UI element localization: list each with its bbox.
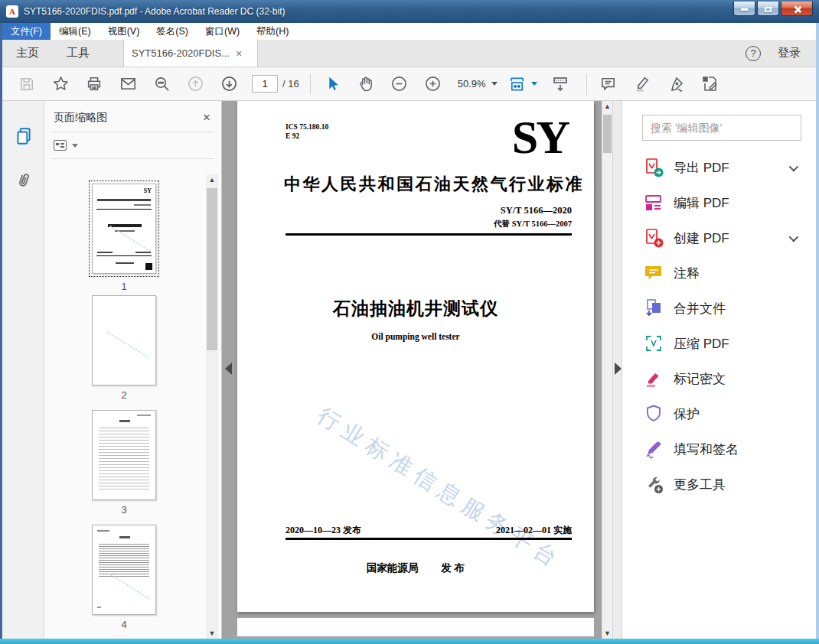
scroll-down-icon[interactable]: ▼ <box>602 628 612 639</box>
tools-search-box <box>642 115 801 141</box>
scroll-down-icon[interactable]: ▼ <box>206 628 218 639</box>
collapse-left-panel-icon[interactable] <box>225 363 232 375</box>
scrollbar-thumb[interactable] <box>603 115 612 153</box>
highlighter-icon <box>633 75 651 93</box>
close-window-button[interactable] <box>781 2 813 16</box>
maximize-button[interactable] <box>757 2 779 16</box>
reading-mode-icon <box>551 75 569 93</box>
thumbnail-options-button[interactable] <box>44 132 221 158</box>
tool-create-pdf[interactable]: 创建 PDF <box>622 220 816 255</box>
thumbnail-selection-border: SY <box>89 181 159 277</box>
close-panel-icon[interactable]: × <box>203 110 210 125</box>
redact-icon <box>644 369 664 389</box>
reading-mode-button[interactable] <box>550 73 571 96</box>
sy-logo: SY <box>512 113 568 161</box>
tool-compress-pdf[interactable]: 压缩 PDF <box>622 326 816 361</box>
divider <box>286 233 572 236</box>
acrobat-window: A SYT5166-2020FDIS.pdf.pdf - Adobe Acrob… <box>0 0 819 644</box>
divider <box>52 158 214 159</box>
menu-help[interactable]: 帮助(H) <box>248 23 297 40</box>
help-button[interactable]: ? <box>746 46 761 61</box>
search-button[interactable] <box>151 73 172 96</box>
compress-pdf-icon <box>644 333 664 353</box>
chevron-down-icon[interactable] <box>789 232 799 242</box>
tool-protect[interactable]: 保护 <box>622 396 816 431</box>
tool-label: 编辑 PDF <box>674 194 729 212</box>
save-button[interactable] <box>16 73 38 96</box>
window-border-right <box>816 23 819 639</box>
tab-tools[interactable]: 工具 <box>53 40 103 67</box>
zoom-in-button[interactable] <box>423 73 444 96</box>
tool-edit-pdf[interactable]: 编辑 PDF <box>622 185 816 220</box>
toolbar-separator <box>310 73 311 95</box>
thumbnail-page-3[interactable]: 3 <box>92 410 156 516</box>
star-icon <box>52 75 70 93</box>
list-options-icon <box>54 140 67 151</box>
zoom-out-button[interactable] <box>389 73 410 96</box>
thumbnail-page-2[interactable]: 2 <box>92 295 156 401</box>
close-tab-icon[interactable]: × <box>236 47 242 60</box>
tool-label: 合并文件 <box>674 300 726 317</box>
scroll-up-icon[interactable]: ▲ <box>602 101 612 112</box>
tool-export-pdf[interactable]: 导出 PDF <box>622 150 816 185</box>
implement-date: 2021—02—01 实施 <box>496 524 572 537</box>
menu-sign[interactable]: 签名(S) <box>148 23 197 40</box>
thumbnail-page-4[interactable]: 4 <box>92 525 156 630</box>
envelope-icon <box>119 75 137 93</box>
tool-redact[interactable]: 标记密文 <box>622 361 816 396</box>
tool-more-tools[interactable]: 更多工具 <box>622 467 816 502</box>
login-button[interactable]: 登录 <box>778 46 801 60</box>
search-icon <box>153 75 171 93</box>
tab-document[interactable]: SYT5166-2020FDIS... × <box>123 40 258 67</box>
tool-combine-files[interactable]: 合并文件 <box>622 291 816 326</box>
chevron-down-icon <box>491 82 498 86</box>
menu-edit[interactable]: 编辑(E) <box>51 23 100 40</box>
favorites-star-button[interactable] <box>50 73 71 96</box>
tab-home[interactable]: 主页 <box>2 40 53 67</box>
document-scrollbar[interactable]: ▲ ▼ <box>602 101 612 639</box>
export-pdf-icon <box>644 158 664 177</box>
comment-button[interactable] <box>598 73 619 96</box>
combine-files-icon <box>644 298 664 318</box>
page-thumbnails-rail-button[interactable] <box>2 119 44 153</box>
fill-sign-icon <box>644 439 664 459</box>
comment-bubble-icon <box>599 75 617 93</box>
document-canvas[interactable]: ICS 75.180.10 E 92 SY 中华人民共和国石油天然气行业标准 S… <box>222 101 612 639</box>
print-button[interactable] <box>83 73 105 96</box>
attachments-rail-button[interactable] <box>2 164 44 197</box>
watermark-text: 行业标准信息服务平台 <box>312 401 568 577</box>
tools-search-input[interactable] <box>643 122 801 134</box>
menu-window[interactable]: 窗口(W) <box>197 23 248 40</box>
scroll-up-icon[interactable]: ▲ <box>206 174 218 185</box>
scrollbar-thumb[interactable] <box>207 188 217 350</box>
thumbnails-scrollbar[interactable]: ▲ ▼ <box>206 174 218 639</box>
page-number-input[interactable] <box>252 75 278 93</box>
next-page-button[interactable] <box>218 73 240 96</box>
toolbar-separator <box>586 73 587 95</box>
tool-fill-sign[interactable]: 填写和签名 <box>622 431 816 467</box>
window-title: SYT5166-2020FDIS.pdf.pdf - Adobe Acrobat… <box>24 6 286 17</box>
document-title-cn: 石油抽油机井测试仪 <box>237 297 594 320</box>
tool-label: 注释 <box>674 265 700 282</box>
collapse-right-panel-icon[interactable] <box>615 363 622 375</box>
fit-width-button[interactable] <box>508 73 537 96</box>
signature-pen-icon <box>667 75 685 93</box>
previous-page-button[interactable] <box>184 73 206 96</box>
thumbnail-page-1[interactable]: SY 1 <box>89 181 159 292</box>
chevron-down-icon[interactable] <box>789 161 799 171</box>
menu-file[interactable]: 文件(F) <box>2 23 51 40</box>
zoom-level-dropdown[interactable]: 50.9% <box>458 78 498 89</box>
select-tool-button[interactable] <box>321 73 343 96</box>
hand-tool-button[interactable] <box>355 73 377 96</box>
divider <box>286 538 572 540</box>
minus-circle-icon <box>390 75 408 93</box>
minimize-button[interactable] <box>733 2 755 16</box>
fill-sign-toolbar-button[interactable] <box>665 73 687 96</box>
highlight-button[interactable] <box>631 73 653 96</box>
edit-pdf-toolbar-button[interactable] <box>699 73 720 96</box>
tool-comment[interactable]: 注释 <box>622 255 816 291</box>
email-button[interactable] <box>117 73 139 96</box>
more-tools-icon <box>644 474 664 494</box>
menu-view[interactable]: 视图(V) <box>100 23 148 40</box>
save-icon <box>18 76 35 93</box>
